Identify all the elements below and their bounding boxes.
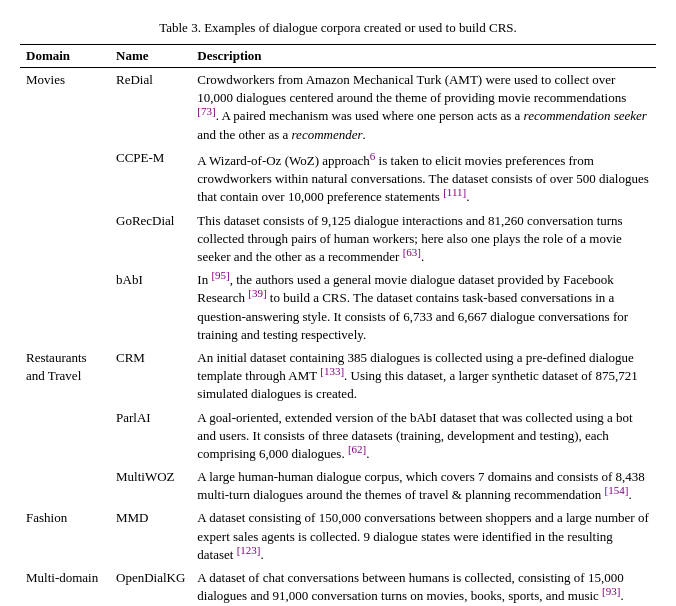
table-caption: Table 3. Examples of dialogue corpora cr… <box>20 20 656 36</box>
name-cell: MultiWOZ <box>110 465 191 506</box>
header-name: Name <box>110 45 191 68</box>
name-cell: GoRecDial <box>110 209 191 269</box>
description-cell: A dataset of chat conversations between … <box>191 566 656 606</box>
name-cell: ReDial <box>110 68 191 146</box>
header-description: Description <box>191 45 656 68</box>
domain-cell: Restaurantsand Travel <box>20 346 110 507</box>
name-cell: MMD <box>110 506 191 566</box>
description-cell: In [95], the authors used a general movi… <box>191 268 656 346</box>
name-cell: ParlAI <box>110 406 191 466</box>
table-row: MoviesReDialCrowdworkers from Amazon Mec… <box>20 68 656 146</box>
description-cell: A Wizard-of-Oz (WoZ) approach6 is taken … <box>191 146 656 209</box>
description-cell: This dataset consists of 9,125 dialogue … <box>191 209 656 269</box>
main-table: Domain Name Description MoviesReDialCrow… <box>20 44 656 606</box>
table-row: CCPE-MA Wizard-of-Oz (WoZ) approach6 is … <box>20 146 656 209</box>
table-row: Multi-domainOpenDialKGA dataset of chat … <box>20 566 656 606</box>
table-row: GoRecDialThis dataset consists of 9,125 … <box>20 209 656 269</box>
description-cell: A dataset consisting of 150,000 conversa… <box>191 506 656 566</box>
table-row: bAbIIn [95], the authors used a general … <box>20 268 656 346</box>
domain-cell: Multi-domain <box>20 566 110 606</box>
domain-cell: Fashion <box>20 506 110 566</box>
description-cell: Crowdworkers from Amazon Mechanical Turk… <box>191 68 656 146</box>
description-cell: An initial dataset containing 385 dialog… <box>191 346 656 406</box>
table-row: ParlAIA goal-oriented, extended version … <box>20 406 656 466</box>
header-domain: Domain <box>20 45 110 68</box>
table-row: FashionMMDA dataset consisting of 150,00… <box>20 506 656 566</box>
name-cell: OpenDialKG <box>110 566 191 606</box>
table-body: MoviesReDialCrowdworkers from Amazon Mec… <box>20 68 656 607</box>
description-cell: A large human-human dialogue corpus, whi… <box>191 465 656 506</box>
table-header-row: Domain Name Description <box>20 45 656 68</box>
domain-cell: Movies <box>20 68 110 346</box>
table-row: MultiWOZA large human-human dialogue cor… <box>20 465 656 506</box>
name-cell: bAbI <box>110 268 191 346</box>
name-cell: CRM <box>110 346 191 406</box>
table-row: Restaurantsand TravelCRMAn initial datas… <box>20 346 656 406</box>
description-cell: A goal-oriented, extended version of the… <box>191 406 656 466</box>
name-cell: CCPE-M <box>110 146 191 209</box>
